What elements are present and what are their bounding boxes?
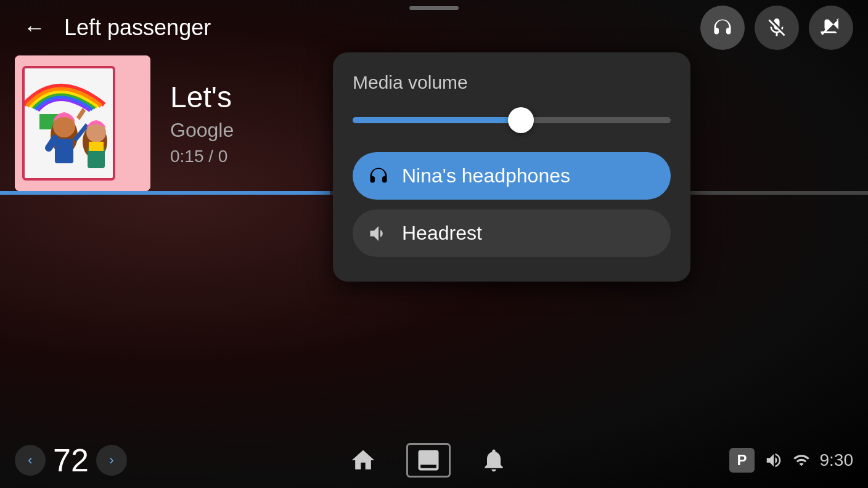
track-artist: Google — [170, 119, 234, 142]
svg-rect-5 — [55, 139, 73, 163]
speaker-option-icon — [367, 222, 390, 245]
back-button[interactable]: ← — [15, 8, 54, 47]
mic-off-button[interactable] — [755, 6, 799, 50]
track-title: Let's — [170, 80, 234, 114]
volume-status-icon — [764, 451, 783, 470]
temperature-value: 72 — [53, 442, 89, 479]
headphones-option-svg — [367, 165, 390, 187]
volume-slider-thumb[interactable] — [508, 107, 534, 133]
temp-down-button[interactable]: ‹ — [15, 445, 46, 476]
headrest-label: Headrest — [402, 222, 482, 245]
volume-label: Media volume — [353, 72, 671, 93]
mic-off-icon — [766, 17, 788, 39]
p-badge: P — [729, 448, 754, 473]
volume-slider-track — [353, 117, 671, 123]
drawer-button[interactable] — [406, 443, 451, 478]
bottom-center-nav — [127, 442, 730, 479]
temp-up-icon: › — [109, 452, 113, 468]
speaker-option-svg — [367, 222, 390, 245]
screen-off-button[interactable] — [809, 6, 853, 50]
home-button[interactable] — [345, 442, 382, 479]
progress-bar-fill — [0, 191, 330, 195]
page-title: Left passenger — [64, 15, 211, 41]
volume-popup: Media volume Nina's headphones Headrest — [333, 52, 690, 282]
bell-button[interactable] — [475, 442, 512, 479]
album-art — [15, 55, 150, 191]
headrest-option[interactable]: Headrest — [353, 209, 671, 257]
bell-icon — [480, 447, 507, 474]
track-time: 0:15 / 0 — [170, 147, 234, 166]
signal-icon — [793, 452, 810, 469]
drag-handle[interactable] — [409, 6, 459, 10]
track-info: Let's Google 0:15 / 0 — [170, 80, 234, 166]
temp-down-icon: ‹ — [28, 452, 32, 468]
drawer-icon — [415, 447, 442, 474]
headphones-icon — [711, 17, 734, 39]
temp-display: ‹ 72 › — [15, 442, 127, 479]
top-right-icons — [700, 6, 853, 50]
home-icon — [350, 447, 377, 474]
volume-slider-fill — [353, 117, 521, 123]
svg-rect-9 — [89, 142, 104, 151]
ninas-headphones-label: Nina's headphones — [402, 165, 570, 187]
volume-slider-container[interactable] — [353, 105, 671, 135]
time-display: 9:30 — [820, 450, 854, 470]
temp-up-button[interactable]: › — [96, 445, 127, 476]
headphones-button[interactable] — [700, 6, 745, 50]
headphones-option-icon — [367, 165, 390, 187]
bottom-bar: ‹ 72 › P 9:30 — [0, 433, 868, 488]
album-art-svg — [15, 55, 150, 191]
ninas-headphones-option[interactable]: Nina's headphones — [353, 152, 671, 200]
back-arrow-icon: ← — [23, 15, 46, 41]
screen-off-icon — [820, 17, 842, 39]
status-right: P 9:30 — [729, 448, 853, 473]
